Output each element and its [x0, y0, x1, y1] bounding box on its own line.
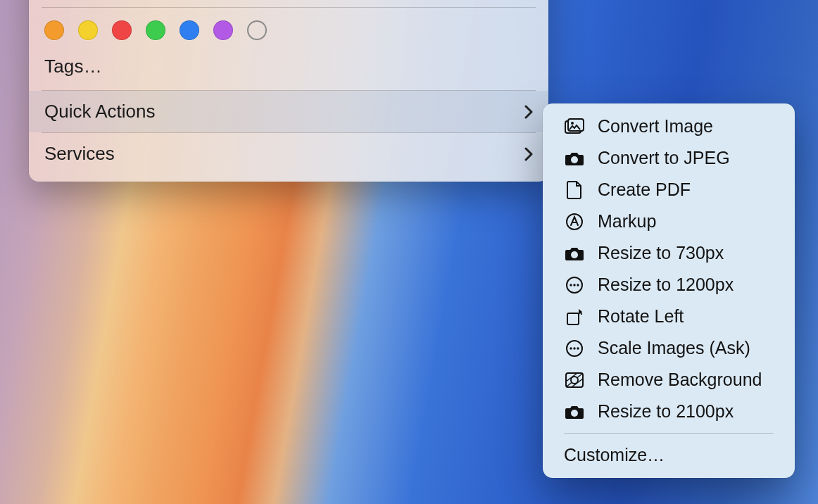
remove-bg-icon: [564, 372, 585, 389]
submenu-item-label: Rotate Left: [598, 306, 684, 327]
submenu-item-markup[interactable]: Markup: [543, 206, 795, 237]
desktop-background: Tags… Quick Actions Services Convert Ima…: [0, 0, 818, 504]
quick-actions-menu-item[interactable]: Quick Actions: [29, 91, 548, 132]
svg-point-5: [571, 251, 578, 258]
submenu-item-remove-background[interactable]: Remove Background: [543, 364, 795, 396]
tag-color-row: [29, 8, 548, 51]
tag-green[interactable]: [146, 20, 165, 40]
submenu-item-resize-1200[interactable]: Resize to 1200px: [543, 269, 795, 301]
submenu-item-label: Markup: [598, 211, 656, 232]
tag-orange[interactable]: [44, 20, 64, 40]
svg-point-12: [570, 347, 572, 349]
ellipsis-circle-icon: [564, 339, 585, 358]
submenu-item-label: Remove Background: [598, 370, 762, 390]
menu-item-label: Quick Actions: [44, 101, 156, 122]
camera-icon: [564, 404, 585, 420]
submenu-item-label: Scale Images (Ask): [598, 338, 750, 358]
submenu-item-resize-2100[interactable]: Resize to 2100px: [543, 396, 795, 427]
camera-icon: [564, 246, 585, 261]
submenu-item-rotate-left[interactable]: Rotate Left: [543, 301, 795, 332]
document-icon: [564, 181, 585, 199]
submenu-item-label: Convert to JPEG: [598, 148, 730, 168]
ellipsis-circle-icon: [564, 276, 585, 294]
submenu-item-convert-image[interactable]: Convert Image: [543, 111, 795, 142]
svg-rect-10: [567, 313, 579, 325]
menu-upper-offscreen: [29, 0, 548, 7]
svg-point-14: [577, 347, 579, 349]
svg-point-17: [571, 410, 578, 417]
submenu-item-label: Resize to 2100px: [598, 401, 734, 422]
tag-red[interactable]: [112, 20, 132, 40]
context-menu: Tags… Quick Actions Services: [29, 0, 548, 182]
submenu-item-label: Resize to 1200px: [598, 275, 734, 295]
quick-actions-submenu: Convert Image Convert to JPEG Create PDF…: [543, 103, 795, 478]
submenu-item-label: Resize to 730px: [598, 243, 724, 263]
svg-point-2: [571, 122, 574, 125]
submenu-item-label: Customize…: [564, 445, 665, 465]
menu-item-label: Services: [44, 143, 115, 165]
submenu-item-create-pdf[interactable]: Create PDF: [543, 174, 795, 206]
submenu-item-customize[interactable]: Customize…: [543, 439, 795, 471]
tag-blue[interactable]: [180, 20, 199, 40]
submenu-item-scale-images[interactable]: Scale Images (Ask): [543, 332, 795, 364]
submenu-item-resize-730[interactable]: Resize to 730px: [543, 237, 795, 269]
markup-icon: [564, 213, 585, 231]
submenu-item-label: Convert Image: [598, 116, 713, 137]
chevron-right-icon: [524, 105, 533, 119]
svg-point-16: [571, 377, 578, 384]
svg-point-3: [571, 156, 578, 163]
tag-purple[interactable]: [213, 20, 233, 40]
camera-icon: [564, 151, 585, 166]
submenu-separator: [564, 433, 774, 434]
rotate-left-icon: [564, 308, 585, 326]
chevron-right-icon: [524, 147, 533, 161]
picture-icon: [564, 118, 585, 135]
services-menu-item[interactable]: Services: [29, 133, 548, 175]
svg-point-7: [570, 284, 572, 286]
svg-point-8: [573, 284, 575, 286]
tag-yellow[interactable]: [78, 20, 98, 40]
svg-point-9: [577, 284, 579, 286]
tags-menu-item[interactable]: Tags…: [29, 51, 548, 90]
submenu-item-label: Create PDF: [598, 179, 691, 200]
svg-point-13: [573, 347, 575, 349]
tag-none[interactable]: [247, 20, 267, 40]
submenu-item-convert-jpeg[interactable]: Convert to JPEG: [543, 142, 795, 174]
